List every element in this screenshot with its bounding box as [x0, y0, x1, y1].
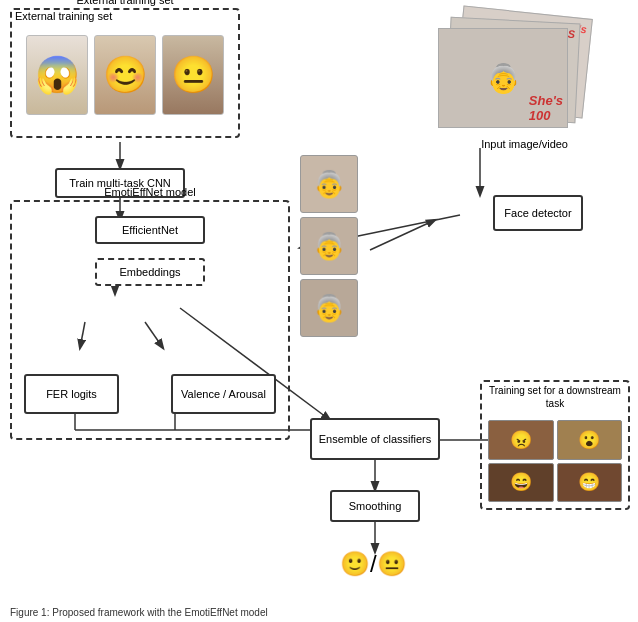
fer-logits-box: FER logits — [24, 374, 119, 414]
efficientnet-box: EfficientNet — [95, 216, 205, 244]
embeddings-box: Embeddings — [95, 258, 205, 286]
face-photo-2: 😊 — [94, 35, 156, 115]
emoji-output: 🙂/😐 — [340, 550, 407, 578]
emotieffnet-label: EmotiEffNet model — [104, 186, 196, 198]
downstream-label: Training set for a downstream task — [486, 384, 624, 410]
svg-line-10 — [370, 220, 435, 250]
face-thumb-3: 👵 — [300, 279, 358, 337]
face-thumb-1: 👵 — [300, 155, 358, 213]
external-training-title: External training set — [15, 10, 112, 22]
external-training-label: External training set — [76, 0, 173, 6]
emotieffnet-outer-box: EmotiEffNet model EfficientNet Embedding… — [10, 200, 290, 440]
ensemble-box: Ensemble of classifiers — [310, 418, 440, 460]
downstream-face-2: 😮 — [557, 420, 623, 460]
smoothing-box: Smoothing — [330, 490, 420, 522]
downstream-box: Training set for a downstream task 😠 😮 😄… — [480, 380, 630, 510]
face-detector-box: Face detector — [493, 195, 583, 231]
external-training-box: External training set 😱 😊 😐 — [10, 8, 240, 138]
face-thumb-2: 👵 — [300, 217, 358, 275]
face-photo-3: 😐 — [162, 35, 224, 115]
diagram-container: External training set 😱 😊 😐 External tra… — [0, 0, 638, 622]
downstream-face-1: 😠 — [488, 420, 554, 460]
valence-arousal-box: Valence / Arousal — [171, 374, 276, 414]
figure-caption: Figure 1: Proposed framework with the Em… — [10, 607, 628, 618]
face-photo-1: 😱 — [26, 35, 88, 115]
face-column: 👵 👵 👵 — [300, 155, 358, 337]
input-video-label: Input image/video — [481, 138, 568, 150]
video-frame-1: 👵 She's100 — [438, 28, 568, 128]
downstream-face-3: 😄 — [488, 463, 554, 503]
downstream-face-4: 😁 — [557, 463, 623, 503]
